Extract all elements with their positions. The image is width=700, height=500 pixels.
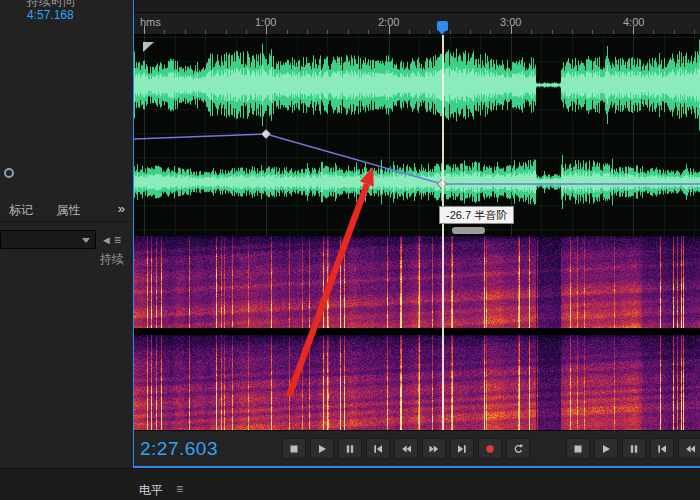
duration-value: 4:57.168 [27, 8, 74, 22]
timeline-ruler[interactable]: hms 1:00 2:00 3:00 4:00 [134, 13, 700, 35]
ruler-major-ticks [134, 26, 700, 34]
transport-rewind-button[interactable] [678, 438, 700, 459]
panel-tab-bar: 标记 属性 » [0, 199, 133, 222]
rewind-icon [400, 443, 412, 455]
transport-play-button[interactable] [594, 438, 618, 459]
play-icon [600, 443, 612, 455]
transport-loop-button[interactable] [506, 438, 530, 459]
stop-icon [288, 443, 300, 455]
tab-properties[interactable]: 属性 [56, 202, 80, 219]
envelope-keyframe[interactable] [261, 129, 271, 139]
transport-skip-previous-button[interactable] [650, 438, 674, 459]
transport-record-button[interactable] [478, 438, 502, 459]
playhead-line[interactable] [442, 35, 444, 430]
tab-markers[interactable]: 标记 [9, 202, 33, 219]
levels-panel-strip: 电平 ≡ [0, 468, 700, 500]
chevron-down-icon [82, 238, 90, 243]
transport-rewind-button[interactable] [394, 438, 418, 459]
loop-icon [512, 443, 524, 455]
record-icon [484, 443, 496, 455]
spectrogram-display[interactable] [134, 236, 700, 430]
fast-forward-icon [428, 443, 440, 455]
transport-skip-next-button[interactable] [450, 438, 474, 459]
timecode-display[interactable]: 2:27.603 [140, 438, 218, 460]
pitch-envelope[interactable] [134, 35, 700, 236]
rewind-icon [684, 443, 696, 455]
status-circle-icon [4, 168, 14, 178]
transport-secondary-group [566, 438, 700, 459]
duration-column-label: 持续 [100, 251, 124, 268]
levels-menu-icon[interactable]: ≡ [176, 482, 183, 496]
preset-dropdown[interactable] [0, 230, 96, 249]
transport-stop-button[interactable] [566, 438, 590, 459]
tab-levels[interactable]: 电平 [139, 482, 163, 499]
play-icon [316, 443, 328, 455]
editor-top-chrome [134, 0, 700, 13]
transport-primary-group [282, 438, 530, 459]
audition-app: 持续时间 4:57.168 标记 属性 » ◄ ≡ 持续 hms 1:00 2:… [0, 0, 700, 500]
skip-previous-icon [656, 443, 668, 455]
stop-icon [572, 443, 584, 455]
transport-pause-button[interactable] [622, 438, 646, 459]
skip-next-icon [456, 443, 468, 455]
spectrogram-canvas[interactable] [134, 236, 700, 430]
pause-icon [344, 443, 356, 455]
waveform-display[interactable] [134, 35, 700, 236]
transport-pause-button[interactable] [338, 438, 362, 459]
transport-bar: 2:27.603 [134, 430, 700, 466]
transport-play-button[interactable] [310, 438, 334, 459]
sidebar-menu-icon[interactable]: ≡ [114, 234, 121, 246]
playhead-handle[interactable] [437, 21, 448, 31]
pause-icon [628, 443, 640, 455]
transport-fast-forward-button[interactable] [422, 438, 446, 459]
clip-corner-icon[interactable] [143, 42, 154, 52]
waveform-editor-panel: hms 1:00 2:00 3:00 4:00 -26.7 半音阶 2:27. [133, 0, 700, 468]
transport-skip-previous-button[interactable] [366, 438, 390, 459]
tab-overflow-icon[interactable]: » [118, 201, 125, 216]
mini-scrollbar[interactable] [452, 227, 485, 234]
dock-left-icon[interactable]: ◄ [101, 235, 112, 246]
transport-stop-button[interactable] [282, 438, 306, 459]
left-sidebar-panel: 持续时间 4:57.168 标记 属性 » ◄ ≡ 持续 [0, 0, 133, 468]
envelope-value-tooltip: -26.7 半音阶 [439, 206, 514, 224]
skip-previous-icon [372, 443, 384, 455]
